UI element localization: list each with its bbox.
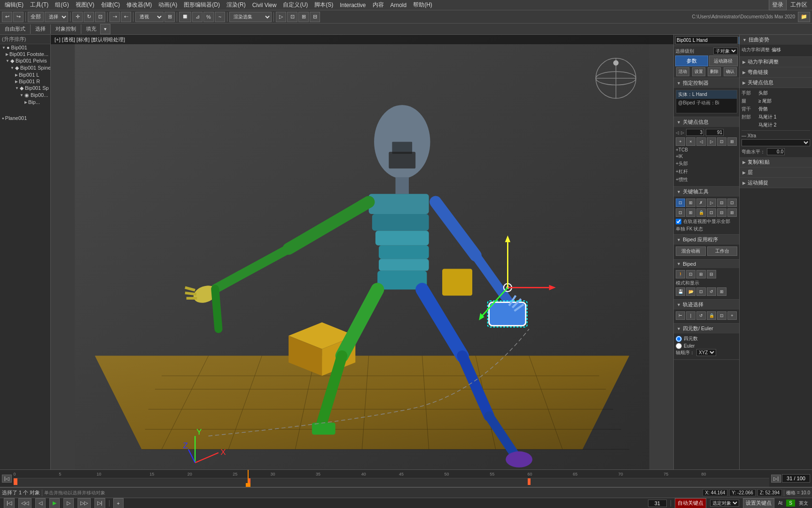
- biped-export-btn[interactable]: ⊡: [696, 287, 706, 296]
- next-key-playback-btn[interactable]: ▷▷: [78, 498, 91, 508]
- menu-render[interactable]: 渲染(R): [224, 0, 249, 10]
- percent-snap-btn[interactable]: %: [203, 12, 214, 22]
- copy-paste-header[interactable]: ▶ 复制/粘贴: [740, 157, 812, 167]
- redo-button[interactable]: ↪: [13, 12, 23, 22]
- hierarchy-item-footstep[interactable]: ▶ Bip001 Footste...: [0, 51, 50, 57]
- biped-load-btn[interactable]: 📂: [686, 287, 695, 296]
- menu-group[interactable]: 组(G): [52, 0, 71, 10]
- object-name-input[interactable]: Bip001 L Hand: [675, 36, 738, 44]
- prev-frame-playback-btn[interactable]: ◁: [35, 498, 46, 508]
- file-browse-btn[interactable]: 📁: [798, 12, 810, 22]
- prev-key-btn[interactable]: ◁: [696, 137, 706, 146]
- rotate-button[interactable]: ↻: [84, 12, 94, 22]
- quaternion-header[interactable]: ▼ 四元数/ Euler: [674, 324, 739, 333]
- viewport-btn[interactable]: ⊞: [164, 12, 175, 22]
- snap-toggle-btn[interactable]: 🔲: [179, 12, 191, 22]
- biped-idle-btn[interactable]: ⊡: [686, 270, 695, 278]
- keytool-btn4[interactable]: ▷: [707, 198, 716, 207]
- hierarchy-item-pelvis[interactable]: ▼ ◆ Bip001 Pelvis: [0, 57, 50, 64]
- render-preset-dropdown[interactable]: 渲染选集: [229, 12, 272, 22]
- key-opt2-btn[interactable]: ⊞: [727, 137, 737, 146]
- biped-save-btn[interactable]: 💾: [676, 287, 685, 296]
- menu-interactive[interactable]: Interactive: [337, 1, 368, 9]
- delete-key-btn2[interactable]: ×: [686, 137, 695, 146]
- hierarchy-item-bip001[interactable]: ▼ ● Bip001: [0, 44, 50, 51]
- xtra-dropdown[interactable]: [742, 139, 810, 146]
- track-btn3[interactable]: ↺: [696, 311, 706, 320]
- hierarchy-item-sub1[interactable]: ▼ ◉ Bip00...: [0, 92, 50, 99]
- track-btn1[interactable]: ⊢: [676, 311, 685, 320]
- param-button[interactable]: 参数: [675, 56, 708, 66]
- layers-header[interactable]: ▶ 层: [740, 167, 812, 177]
- view-dropdown[interactable]: 透视: [135, 12, 164, 22]
- confirm-btn[interactable]: 确认: [724, 67, 737, 76]
- spinner-snap-btn[interactable]: ~: [215, 12, 225, 22]
- render-btn[interactable]: ▷: [276, 12, 286, 22]
- keytool-btn7[interactable]: ⊡: [676, 208, 685, 217]
- axis-order-dropdown[interactable]: XYZ: [696, 349, 716, 356]
- add-key-status-btn[interactable]: +: [113, 498, 124, 508]
- track-btn6[interactable]: +: [727, 311, 737, 320]
- next-frame-btn[interactable]: ▷|: [771, 475, 781, 483]
- render-frame-btn[interactable]: ⊞: [298, 12, 309, 22]
- menu-graph-editor[interactable]: 图形编辑器(D): [181, 0, 223, 10]
- menu-modifier[interactable]: 修改器(M): [124, 0, 155, 10]
- auto-keyframe-btn[interactable]: 自动关键点: [675, 498, 706, 508]
- menu-customize[interactable]: 自定义(U): [280, 0, 311, 10]
- euler-radio[interactable]: [676, 343, 682, 349]
- key-opt1-btn[interactable]: ⊡: [717, 137, 726, 146]
- hierarchy-item-l[interactable]: ▶ Bip001 L: [0, 71, 50, 78]
- menu-create[interactable]: 创建(C): [98, 0, 123, 10]
- scale-button[interactable]: ⊡: [95, 12, 105, 22]
- horiz-level-input[interactable]: 0.0: [767, 148, 785, 155]
- hierarchy-item-plane001[interactable]: ● Plane001: [0, 115, 50, 121]
- frame-total-input[interactable]: 91: [706, 129, 724, 136]
- prev-key-playback-btn[interactable]: ◁◁: [18, 498, 31, 508]
- motion-path-button[interactable]: 运动路径: [709, 56, 738, 66]
- hierarchy-item-sub2[interactable]: ▶ Bip...: [0, 99, 50, 105]
- track-btn4[interactable]: 🔒: [707, 311, 716, 320]
- move-button[interactable]: ✛: [72, 12, 83, 22]
- select-level-dropdown[interactable]: 子对象: [713, 48, 738, 55]
- biped-reset-btn[interactable]: ↺: [707, 287, 716, 296]
- keytool-btn8[interactable]: ⊞: [686, 208, 695, 217]
- quaternion-radio[interactable]: [676, 336, 682, 342]
- fill-expand-btn[interactable]: ▼: [100, 24, 110, 34]
- link-button[interactable]: ⇢: [109, 12, 120, 22]
- track-item-hand[interactable]: 实体：L Hand: [676, 90, 737, 99]
- curve-links-header[interactable]: ▶ 弯曲链接: [740, 67, 812, 77]
- menu-view[interactable]: 视图(V): [73, 0, 97, 10]
- mix-anim-btn[interactable]: 混合动画: [676, 246, 706, 256]
- delete-key-btn[interactable]: 删除: [708, 67, 721, 76]
- controller-header[interactable]: ▼ 指定控制器: [674, 78, 739, 88]
- set-key-btn[interactable]: 设置关键点: [743, 498, 774, 508]
- biped-run-btn[interactable]: ⊞: [696, 270, 706, 278]
- prev-frame-btn[interactable]: |◁: [2, 475, 12, 483]
- render-all-btn[interactable]: ⊟: [310, 12, 320, 22]
- menu-arnold[interactable]: Arnold: [388, 1, 410, 9]
- go-start-btn[interactable]: |◁: [4, 498, 15, 508]
- dynamics-header[interactable]: ▶ 动力学和调整: [740, 57, 812, 67]
- select-mode-dropdown[interactable]: 选择: [45, 12, 68, 22]
- keytool-btn1[interactable]: ⊡: [676, 198, 685, 207]
- play-btn[interactable]: ▶: [49, 498, 60, 508]
- angle-snap-btn[interactable]: ⊿: [192, 12, 203, 22]
- hierarchy-item-spine[interactable]: ▼ ◆ Bip001 Spine: [0, 64, 50, 71]
- menu-animation[interactable]: 动画(A): [156, 0, 180, 10]
- keytool-btn3[interactable]: ✗: [696, 198, 706, 207]
- keyinfo-header[interactable]: ▼ 关键点信息: [674, 117, 739, 127]
- biped-walk-btn[interactable]: 🚶: [676, 270, 685, 278]
- workspace-btn2[interactable]: 工作台: [707, 246, 737, 256]
- biped-app-header[interactable]: ▼ Biped 应用程序: [674, 235, 739, 245]
- menu-edit[interactable]: 编辑(E): [2, 0, 26, 10]
- track-btn5[interactable]: ⊡: [717, 311, 726, 320]
- undo-button[interactable]: ↩: [2, 12, 12, 22]
- frame-num-input[interactable]: 3: [686, 129, 704, 136]
- menu-content[interactable]: 内容: [370, 0, 387, 10]
- menu-tools[interactable]: 工具(T): [27, 0, 51, 10]
- keytools-header[interactable]: ▼ 关键轴工具: [674, 187, 739, 197]
- login-button[interactable]: 登录: [769, 0, 787, 10]
- menu-help[interactable]: 帮助(H): [410, 0, 435, 10]
- keytool-btn2[interactable]: ⊞: [686, 198, 695, 207]
- biped-freeform-btn[interactable]: ⊟: [707, 270, 716, 278]
